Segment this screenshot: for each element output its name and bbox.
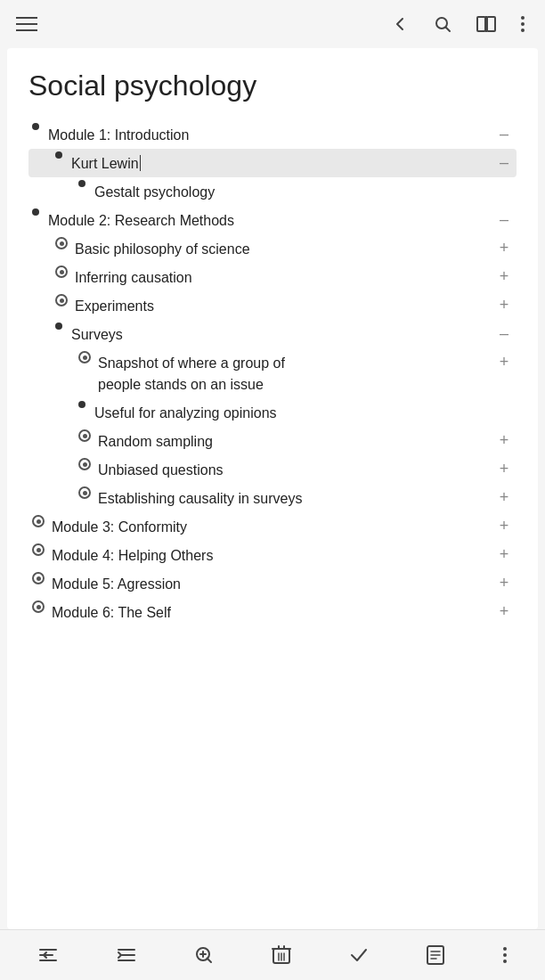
content-area: Social psychology Module 1: Introduction… — [7, 48, 538, 929]
list-item: Random sampling+ — [28, 427, 517, 455]
back-button[interactable] — [386, 11, 413, 37]
outline-row[interactable]: Module 1: Introduction– — [28, 120, 517, 149]
bullet-icon — [55, 294, 75, 306]
item-text: Useful for analyzing opinions — [94, 401, 492, 424]
check-button[interactable] — [345, 941, 373, 969]
item-text: Inferring causation — [75, 265, 492, 289]
menu-icon[interactable] — [16, 17, 37, 31]
expand-button[interactable]: + — [492, 458, 517, 478]
expand-button[interactable]: + — [492, 429, 517, 450]
outline-row[interactable]: Module 4: Helping Others+ — [28, 541, 517, 569]
collapse-button[interactable]: – — [492, 151, 517, 172]
top-bar — [0, 0, 545, 48]
outline-row[interactable]: Inferring causation+ — [28, 263, 517, 291]
outline-row[interactable]: Snapshot of where a group of people stan… — [28, 348, 517, 398]
expand-button[interactable]: + — [492, 515, 517, 535]
list-item: Useful for analyzing opinions — [28, 398, 517, 427]
bullet-icon — [32, 515, 52, 527]
outline-row[interactable]: Basic philosophy of science+ — [28, 234, 517, 263]
outline-list: Module 1: Introduction–Kurt Lewin–Gestal… — [28, 120, 517, 626]
expand-button[interactable]: + — [492, 600, 517, 621]
zoom-button[interactable] — [190, 941, 218, 969]
bullet-icon — [78, 351, 98, 363]
book-button[interactable] — [472, 11, 500, 37]
svg-rect-3 — [487, 17, 495, 31]
outline-row[interactable]: Module 5: Agression+ — [28, 569, 517, 598]
list-item: Module 2: Research Methods– — [28, 206, 517, 234]
outline-row[interactable]: Kurt Lewin– — [28, 149, 517, 177]
item-text: Experiments — [75, 294, 492, 317]
list-item: Basic philosophy of science+ — [28, 234, 517, 263]
expand-button[interactable]: + — [492, 572, 517, 592]
item-text: Module 1: Introduction — [48, 123, 492, 146]
outline-row[interactable]: Unbiased questions+ — [28, 455, 517, 484]
outline-row[interactable]: Surveys– — [28, 320, 517, 348]
svg-point-7 — [521, 22, 525, 26]
outdent-button[interactable] — [34, 941, 62, 969]
collapse-button[interactable]: – — [492, 123, 517, 143]
outline-row[interactable]: Module 2: Research Methods– — [28, 206, 517, 234]
outline-row[interactable]: Module 6: The Self+ — [28, 598, 517, 626]
bullet-icon — [32, 600, 52, 613]
item-text: Establishing causality in surveys — [98, 486, 492, 510]
list-item: Unbiased questions+ — [28, 455, 517, 484]
list-item: Gestalt psychology — [28, 177, 517, 206]
svg-line-1 — [446, 28, 451, 32]
item-text: Unbiased questions — [98, 458, 492, 481]
outline-row[interactable]: Random sampling+ — [28, 427, 517, 455]
expand-button[interactable]: + — [492, 294, 517, 314]
svg-rect-2 — [477, 17, 485, 31]
bullet-icon — [32, 572, 52, 584]
outline-row[interactable]: Useful for analyzing opinions — [28, 398, 517, 427]
expand-button[interactable]: + — [492, 543, 517, 564]
item-text: Snapshot of where a group of people stan… — [98, 351, 492, 396]
list-item: Module 3: Conformity+ — [28, 512, 517, 541]
bottom-toolbar — [0, 929, 545, 980]
item-text: Basic philosophy of science — [75, 237, 492, 260]
expand-button[interactable]: + — [492, 486, 517, 507]
no-action — [492, 180, 517, 182]
outline-row[interactable]: Establishing causality in surveys+ — [28, 484, 517, 512]
svg-point-32 — [503, 960, 507, 963]
expand-button[interactable]: + — [492, 237, 517, 257]
item-text: Module 3: Conformity — [52, 515, 492, 538]
outline-row[interactable]: Experiments+ — [28, 291, 517, 320]
list-item: Module 6: The Self+ — [28, 598, 517, 626]
page-title: Social psychology — [28, 69, 517, 102]
item-text: Random sampling — [98, 429, 492, 453]
bullet-icon — [78, 401, 94, 408]
bullet-icon — [32, 543, 52, 556]
top-bar-right — [386, 11, 529, 37]
item-text: Kurt Lewin — [71, 151, 492, 175]
bullet-icon — [78, 429, 98, 442]
no-action — [492, 401, 517, 403]
svg-line-16 — [207, 959, 212, 963]
expand-button[interactable]: + — [492, 351, 517, 372]
indent-button[interactable] — [112, 941, 141, 969]
bottom-more-button[interactable] — [499, 942, 511, 968]
item-text: Surveys — [71, 323, 492, 346]
outline-row[interactable]: Module 3: Conformity+ — [28, 512, 517, 541]
collapse-button[interactable]: – — [492, 208, 517, 229]
top-bar-left — [16, 17, 37, 31]
expand-button[interactable]: + — [492, 265, 517, 286]
svg-point-6 — [521, 16, 525, 20]
bullet-icon — [55, 237, 75, 249]
collapse-button[interactable]: – — [492, 323, 517, 343]
list-item: Module 1: Introduction– — [28, 120, 517, 149]
bullet-icon — [32, 123, 48, 130]
search-button[interactable] — [429, 11, 456, 37]
more-button[interactable] — [517, 11, 529, 37]
outline-row[interactable]: Gestalt psychology — [28, 177, 517, 206]
list-item: Kurt Lewin– — [28, 149, 517, 177]
trash-button[interactable] — [268, 941, 295, 969]
note-button[interactable] — [422, 941, 449, 969]
list-item: Module 4: Helping Others+ — [28, 541, 517, 569]
svg-point-31 — [503, 953, 507, 957]
list-item: Experiments+ — [28, 291, 517, 320]
bullet-icon — [78, 180, 94, 187]
list-item: Module 5: Agression+ — [28, 569, 517, 598]
svg-point-30 — [503, 947, 507, 951]
bullet-icon — [78, 458, 98, 470]
list-item: Establishing causality in surveys+ — [28, 484, 517, 512]
